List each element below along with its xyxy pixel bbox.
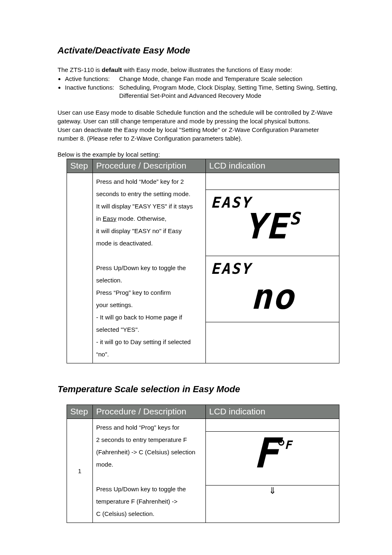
bullet1-text: Change Mode, change Fan mode and Tempera… <box>119 75 302 83</box>
down-arrow-icon: ⇓ <box>206 486 339 496</box>
desc2-l6: temperature F (Fahrenheit) -> <box>96 495 202 508</box>
table-header-row: Step Procedure / Description LCD indicat… <box>67 159 339 173</box>
desc-l5: mode is deactivated. <box>96 237 202 250</box>
function-bullets: Active functions: Change Mode, change Fa… <box>58 75 339 92</box>
desc-l11: selected "YES". <box>96 324 202 336</box>
lcd-unit-f: F <box>285 438 292 452</box>
bullet2-continuation: Differential Set-Point and Advanced Reco… <box>119 92 339 100</box>
desc2-l4: mode. <box>96 458 202 471</box>
th-step: Step <box>67 405 93 419</box>
desc-l2: seconds to entry the setting mode. <box>96 188 202 200</box>
desc2-l2: 2 seconds to entry temperature F <box>96 434 202 446</box>
lcd2-main: no <box>208 277 337 313</box>
bullet2-text: Scheduling, Program Mode, Clock Display,… <box>119 83 337 92</box>
desc2-l3: (Fahrenheit) -> C (Celsius) selection <box>96 446 202 458</box>
lcd-yes: EASY YES <box>206 190 339 256</box>
desc2-l1: Press and hold “Prog” keys for <box>96 421 202 434</box>
section1-title: Activate/Deactivate Easy Mode <box>58 45 339 56</box>
th-proc: Procedure / Description <box>93 405 206 419</box>
lcd-cell-f: F F ⇓ <box>206 419 339 523</box>
bullet-active: Active functions: Change Mode, change Fa… <box>65 75 339 83</box>
desc-l7: selection. <box>96 274 202 287</box>
table-header-row: Step Procedure / Description LCD indicat… <box>67 405 339 419</box>
th-lcd: LCD indication <box>206 405 339 419</box>
desc-l9: your settings. <box>96 299 202 311</box>
lcd-no: EASY no <box>206 256 339 322</box>
intro-bold: default <box>102 66 122 73</box>
section2-title: Temperature Scale selection in Easy Mode <box>58 384 339 395</box>
para1-text: User can use Easy mode to disable Schedu… <box>58 109 332 125</box>
desc2-gap <box>96 471 202 483</box>
lcd1-sub: S <box>288 211 301 227</box>
th-step: Step <box>67 159 93 173</box>
th-proc: Procedure / Description <box>93 159 206 173</box>
lcd1-main: YE <box>244 206 288 247</box>
desc2-l5: Press Up/Down key to toggle the <box>96 483 202 495</box>
desc-l3b-pre: in <box>96 215 103 222</box>
desc-l6: Press Up/Down key to toggle the <box>96 262 202 274</box>
lcd1-value: YES <box>208 211 337 243</box>
intro-line: The ZTS-110 is default with Easy mode, b… <box>58 66 339 74</box>
desc-l12: - it will go to Day setting if selected <box>96 336 202 348</box>
description-cell: Press and hold “Mode” key for 2 seconds … <box>93 173 206 363</box>
lcd2-label: EASY <box>208 260 337 277</box>
desc-l13: “no”. <box>96 348 202 361</box>
description-cell: Press and hold “Prog” keys for 2 seconds… <box>93 419 206 523</box>
paragraph1: User can use Easy mode to disable Schedu… <box>58 108 339 143</box>
desc-gap <box>96 250 202 262</box>
lcd-f-display: F F <box>206 436 339 485</box>
bullet-inactive: Inactive functions: Scheduling, Program … <box>65 83 339 92</box>
lcd-cell: EASY YES EASY no <box>206 173 339 363</box>
desc-l1: Press and hold “Mode” key for 2 <box>96 176 202 188</box>
para2-text: User can deactivate the Easy mode by loc… <box>58 126 319 142</box>
lcd-big-f: F <box>253 436 278 471</box>
th-lcd: LCD indication <box>206 159 339 173</box>
desc-l3b: in Easy mode. Otherwise, <box>96 213 202 225</box>
desc-l8: Press “Prog” key to confirm <box>96 287 202 299</box>
example-caption: Below is the example by local setting: <box>58 151 339 158</box>
table-row: Press and hold “Mode” key for 2 seconds … <box>67 173 339 363</box>
bullet2-label: Inactive functions: <box>65 83 119 92</box>
lcd-deg-f: F <box>278 436 292 452</box>
desc-l10: - It will go back to Home page if <box>96 311 202 324</box>
step-cell <box>67 173 93 363</box>
degree-icon <box>278 439 284 446</box>
desc-l3a: It will display "EASY YES" if it stays <box>96 200 202 213</box>
desc-l4: it will display "EASY no" if Easy <box>96 225 202 237</box>
intro-rest: with Easy mode, below illustrates the fu… <box>122 66 292 73</box>
desc-l3b-post: mode. Otherwise, <box>116 215 166 222</box>
table-row: 1 Press and hold “Prog” keys for 2 secon… <box>67 419 339 523</box>
bullet1-label: Active functions: <box>65 75 119 83</box>
desc-l3b-u: Easy <box>103 215 116 222</box>
temp-scale-table: Step Procedure / Description LCD indicat… <box>67 405 339 523</box>
step-cell: 1 <box>67 419 93 523</box>
intro-pre: The ZTS-110 is <box>58 66 102 73</box>
desc2-l7: C (Celsius) selection. <box>96 508 202 520</box>
easy-mode-table: Step Procedure / Description LCD indicat… <box>67 159 339 363</box>
